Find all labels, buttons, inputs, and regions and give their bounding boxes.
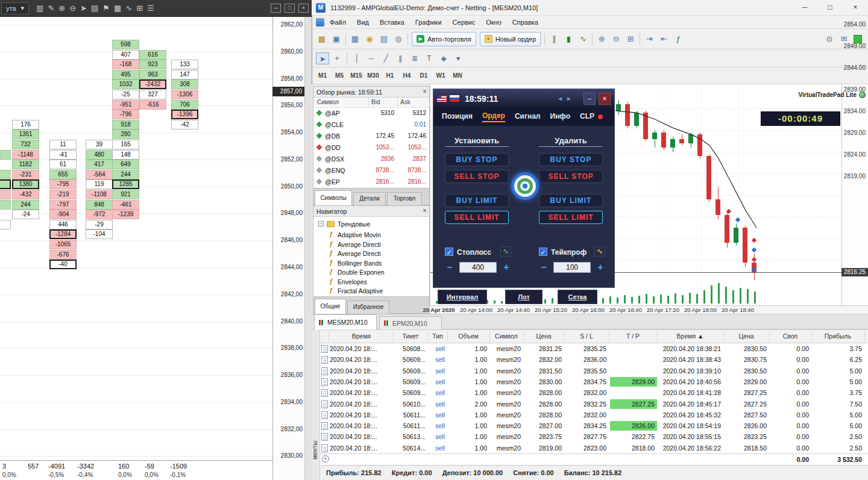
- history-column-12[interactable]: Прибыль: [811, 332, 864, 340]
- market-watch-icon[interactable]: ▦: [348, 33, 362, 46]
- close-icon[interactable]: ×: [423, 87, 427, 96]
- line-chart-icon[interactable]: ∿: [576, 33, 590, 46]
- zoom-out-icon[interactable]: ⊖: [609, 33, 623, 46]
- navigator-header[interactable]: Навигатор×: [313, 206, 429, 217]
- zoom-in-icon[interactable]: ⊕: [58, 4, 65, 13]
- list-icon[interactable]: ☰: [147, 4, 154, 13]
- cursor-icon[interactable]: ➤: [80, 4, 87, 13]
- nav-item-envelopes[interactable]: ƒEnvelopes: [313, 277, 429, 286]
- timeframe-m15[interactable]: M15: [348, 70, 364, 81]
- tab-symbols[interactable]: Символы: [315, 190, 352, 205]
- takeprofit-value[interactable]: 100: [553, 262, 591, 273]
- history-column-10[interactable]: Цена: [723, 332, 769, 340]
- panel-icon[interactable]: ▦: [114, 4, 121, 13]
- close-button[interactable]: ×: [298, 4, 309, 13]
- vtp-title-bar[interactable]: 18:59:11◄►─×: [433, 89, 614, 108]
- restore-button[interactable]: □: [817, 0, 843, 15]
- tree-collapse-icon[interactable]: −: [318, 221, 324, 226]
- chart-tab-epm20-m10[interactable]: EPM20,M10: [379, 316, 442, 329]
- history-column-5[interactable]: Символ: [489, 332, 523, 340]
- indicators-icon[interactable]: ƒ: [671, 33, 685, 46]
- vtp-set-buy-stop-button[interactable]: BUY STOP: [445, 153, 509, 166]
- timeframe-d1[interactable]: D1: [416, 70, 432, 81]
- tab-trade[interactable]: Торговл: [387, 192, 422, 205]
- flag-icon[interactable]: ⚑: [102, 4, 110, 13]
- takeprofit-checkbox[interactable]: ✓: [539, 248, 547, 256]
- symbol-row-dd[interactable]: @DD1053...1053...: [313, 142, 429, 154]
- chart-tab-mesm20-m10[interactable]: MESM20,M10: [314, 314, 377, 329]
- menu-insert[interactable]: Вставка: [374, 17, 410, 28]
- vtp-interval-button[interactable]: Интервал: [438, 290, 487, 304]
- symbol-row-cle[interactable]: @CLE0.01: [313, 119, 429, 131]
- candles-icon[interactable]: ▮: [561, 33, 576, 46]
- bullseye-icon[interactable]: [511, 172, 539, 200]
- channel-icon[interactable]: ∥: [394, 52, 407, 64]
- grid-icon[interactable]: ⊞: [136, 4, 143, 13]
- toolbox-tab-instruments[interactable]: менты: [311, 422, 321, 479]
- signals-icon[interactable]: ◍: [391, 33, 406, 46]
- vtp-tab-signal[interactable]: Сигнал: [515, 112, 541, 122]
- history-column-4[interactable]: Объем: [447, 332, 489, 340]
- autotrade-button[interactable]: ▶Авто-торговля: [412, 32, 476, 46]
- history-column-8[interactable]: T / P: [609, 332, 657, 340]
- column-ask[interactable]: Ask: [400, 99, 410, 105]
- column-symbol[interactable]: Символ: [317, 99, 339, 105]
- vline-icon[interactable]: │: [350, 52, 363, 64]
- close-icon[interactable]: ×: [423, 207, 427, 215]
- instrument-dropdown[interactable]: ута ▾: [1, 2, 29, 14]
- nav-item-average-directi[interactable]: ƒAverage Directi: [313, 240, 429, 249]
- menu-service[interactable]: Сервис: [447, 17, 481, 28]
- shapes-icon[interactable]: ◈: [437, 52, 450, 64]
- profiles-icon[interactable]: ▣: [329, 33, 344, 46]
- history-column-1[interactable]: Время: [330, 332, 393, 340]
- menu-charts[interactable]: Графики: [410, 17, 447, 28]
- chart-shift-icon[interactable]: ⇤: [656, 33, 671, 46]
- close-button[interactable]: ×: [843, 0, 868, 15]
- document-icon[interactable]: ▤: [91, 4, 98, 13]
- pencil-icon[interactable]: ✎: [48, 4, 54, 13]
- vtp-tab-position[interactable]: Позиция: [442, 112, 473, 122]
- new-order-button[interactable]: ≡Новый ордер: [480, 32, 541, 46]
- stoploss-checkbox[interactable]: ✓: [445, 248, 453, 256]
- timeframe-mn[interactable]: MN: [450, 70, 465, 81]
- fibo-icon[interactable]: ≣: [408, 52, 421, 64]
- history-column-7[interactable]: S / L: [564, 332, 609, 340]
- trendline-icon[interactable]: ╱: [379, 52, 392, 64]
- vtp-delete-sell-limit-button[interactable]: SELL LIMIT: [539, 211, 603, 224]
- symbol-row-dsx[interactable]: @DSX28362837: [313, 154, 429, 165]
- history-column-6[interactable]: Цена: [523, 332, 564, 340]
- timeframe-w1[interactable]: W1: [433, 70, 448, 81]
- takeprofit-increase-button[interactable]: +: [596, 263, 605, 273]
- tab-favorites[interactable]: Избранное: [347, 301, 389, 314]
- minimize-button[interactable]: ─: [792, 0, 817, 15]
- symbol-row-ap[interactable]: @AP53105312: [313, 108, 429, 119]
- quotes-icon[interactable]: ◉: [362, 33, 377, 46]
- vtp-close-button[interactable]: ×: [599, 93, 611, 105]
- vtp-delete-buy-limit-button[interactable]: BUY LIMIT: [539, 194, 603, 207]
- history-column-9[interactable]: Время ▲: [657, 332, 723, 340]
- zoom-out-icon[interactable]: ⊖: [69, 4, 76, 13]
- tab-common[interactable]: Общие: [315, 299, 346, 314]
- stoploss-increase-button[interactable]: +: [502, 263, 511, 273]
- vtp-set-sell-limit-button[interactable]: SELL LIMIT: [445, 211, 509, 224]
- zigzag-icon[interactable]: ∿: [125, 4, 132, 13]
- symbol-row-db[interactable]: @DB172.45172.46: [313, 131, 429, 142]
- zoom-in-icon[interactable]: ⊕: [594, 33, 609, 46]
- cursor-icon[interactable]: ➤: [316, 52, 329, 64]
- history-column-3[interactable]: Тип: [428, 332, 447, 340]
- histogram-icon[interactable]: ▥: [36, 4, 43, 13]
- footprint-scrollbar[interactable]: [304, 17, 312, 480]
- vtp-tab-info[interactable]: Инфо: [550, 112, 571, 122]
- market-watch-header[interactable]: Обзор рынка: 18:59:11×: [313, 87, 429, 98]
- prev-arrow-icon[interactable]: ◄: [557, 95, 563, 102]
- nav-item-double-exponen[interactable]: ƒDouble Exponen: [313, 267, 429, 276]
- vtp-grid-button[interactable]: Сетка: [558, 290, 597, 304]
- maximize-button[interactable]: □: [285, 4, 295, 13]
- next-arrow-icon[interactable]: ►: [566, 95, 572, 102]
- stoploss-wave-icon[interactable]: ∿: [500, 246, 511, 257]
- timeframe-h4[interactable]: H4: [399, 70, 415, 81]
- nav-item-fractal-adaptive[interactable]: ƒFractal Adaptive: [313, 286, 429, 295]
- symbol-row-enq[interactable]: @ENQ8738...8738...: [313, 165, 429, 176]
- timeframe-m1[interactable]: M1: [315, 70, 330, 81]
- nav-item-average-directi[interactable]: ƒAverage Directi: [313, 249, 429, 258]
